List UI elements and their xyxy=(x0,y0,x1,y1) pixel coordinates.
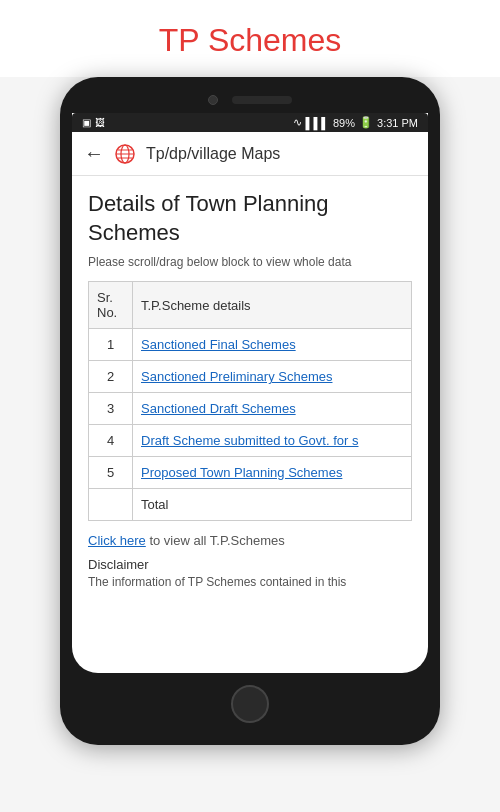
screen: ▣ 🖼 ∿ ▌▌▌ 89% 🔋 3:31 PM ← xyxy=(72,113,428,673)
app-bar-title: Tp/dp/village Maps xyxy=(146,145,280,163)
click-here-link[interactable]: Click here xyxy=(88,533,146,548)
scheme-link-1[interactable]: Sanctioned Final Schemes xyxy=(141,337,296,352)
notification-icon: ▣ xyxy=(82,117,91,128)
cell-sr-no: 3 xyxy=(89,393,133,425)
cell-scheme-name[interactable]: Sanctioned Draft Schemes xyxy=(133,393,412,425)
phone-bottom xyxy=(72,685,428,723)
scheme-link-4[interactable]: Draft Scheme submitted to Govt. for s xyxy=(141,433,358,448)
cell-sr-no: 2 xyxy=(89,361,133,393)
table-row: 2Sanctioned Preliminary Schemes xyxy=(89,361,412,393)
content-body: Details of Town Planning Schemes Please … xyxy=(72,176,428,607)
table-row: 5Proposed Town Planning Schemes xyxy=(89,457,412,489)
app-bar: ← Tp/dp/village Maps xyxy=(72,132,428,176)
scheme-link-2[interactable]: Sanctioned Preliminary Schemes xyxy=(141,369,332,384)
phone-frame: ▣ 🖼 ∿ ▌▌▌ 89% 🔋 3:31 PM ← xyxy=(60,77,440,745)
battery-icon: 🔋 xyxy=(359,116,373,129)
cell-scheme-name[interactable]: Proposed Town Planning Schemes xyxy=(133,457,412,489)
status-bar: ▣ 🖼 ∿ ▌▌▌ 89% 🔋 3:31 PM xyxy=(72,113,428,132)
table-header-row: Sr. No. T.P.Scheme details xyxy=(89,282,412,329)
cell-scheme-name[interactable]: Draft Scheme submitted to Govt. for s xyxy=(133,425,412,457)
status-bar-left: ▣ 🖼 xyxy=(82,117,105,128)
table-row: 3Sanctioned Draft Schemes xyxy=(89,393,412,425)
total-sr-blank xyxy=(89,489,133,521)
cell-scheme-name[interactable]: Sanctioned Preliminary Schemes xyxy=(133,361,412,393)
col-sr-no: Sr. No. xyxy=(89,282,133,329)
footer-section: Click here to view all T.P.Schemes Discl… xyxy=(88,521,412,595)
scheme-link-3[interactable]: Sanctioned Draft Schemes xyxy=(141,401,296,416)
table-row: 1Sanctioned Final Schemes xyxy=(89,329,412,361)
back-button[interactable]: ← xyxy=(84,142,104,165)
globe-icon xyxy=(114,143,136,165)
cell-sr-no: 4 xyxy=(89,425,133,457)
phone-camera xyxy=(208,95,218,105)
table-row: 4Draft Scheme submitted to Govt. for s xyxy=(89,425,412,457)
page-title: TP Schemes xyxy=(0,0,500,77)
phone-speaker xyxy=(232,96,292,104)
signal-icon: ▌▌▌ xyxy=(306,117,329,129)
clock: 3:31 PM xyxy=(377,117,418,129)
content-heading: Details of Town Planning Schemes xyxy=(88,190,412,247)
cell-sr-no: 1 xyxy=(89,329,133,361)
scheme-link-5[interactable]: Proposed Town Planning Schemes xyxy=(141,465,342,480)
disclaimer-body: The information of TP Schemes contained … xyxy=(88,574,412,591)
status-bar-right: ∿ ▌▌▌ 89% 🔋 3:31 PM xyxy=(293,116,418,129)
col-scheme-details: T.P.Scheme details xyxy=(133,282,412,329)
footer-link-suffix: to view all T.P.Schemes xyxy=(146,533,285,548)
wifi-icon: ∿ xyxy=(293,116,302,129)
phone-top-bar xyxy=(72,95,428,105)
table-total-row: Total xyxy=(89,489,412,521)
home-button[interactable] xyxy=(231,685,269,723)
total-label: Total xyxy=(133,489,412,521)
disclaimer-title: Disclaimer xyxy=(88,557,412,572)
cell-scheme-name[interactable]: Sanctioned Final Schemes xyxy=(133,329,412,361)
photo-icon: 🖼 xyxy=(95,117,105,128)
tp-schemes-table: Sr. No. T.P.Scheme details 1Sanctioned F… xyxy=(88,281,412,521)
battery-percent: 89% xyxy=(333,117,355,129)
content-subtitle: Please scroll/drag below block to view w… xyxy=(88,255,412,269)
cell-sr-no: 5 xyxy=(89,457,133,489)
